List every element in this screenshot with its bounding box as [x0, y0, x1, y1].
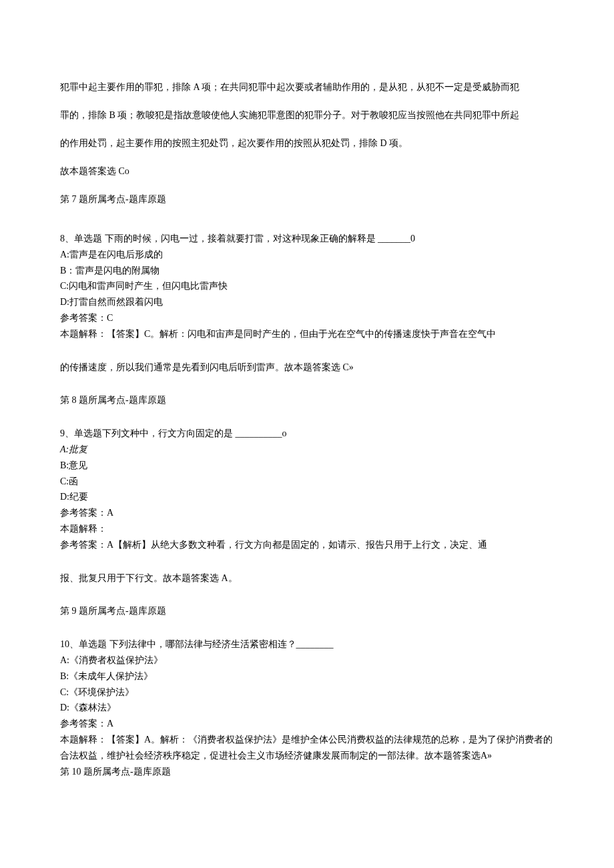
topic-line: 第 9 题所属考点-题库原题	[60, 603, 554, 619]
answer-line: 参考答案：A	[60, 505, 554, 521]
q7-explanation-continued: 犯罪中起主要作用的罪犯，排除 A 项；在共同犯罪中起次要或者辅助作用的，是从犯，…	[60, 73, 554, 213]
text-line: 犯罪中起主要作用的罪犯，排除 A 项；在共同犯罪中起次要或者辅助作用的，是从犯，…	[60, 73, 554, 101]
explanation-heading: 本题解释：	[60, 521, 554, 537]
option-c: C:函	[60, 474, 554, 490]
option-c: C:《环境保护法》	[60, 685, 554, 701]
option-d: D:《森林法》	[60, 700, 554, 716]
explanation-line: 本题解释：【答案】C。解析：闪电和宙声是同时产生的，但由于光在空气中的传播速度快…	[60, 326, 554, 342]
topic-line: 第 10 题所属考点-题库原题	[60, 764, 554, 780]
option-d: D:打雷自然而然跟着闪电	[60, 294, 554, 310]
text-line: 的作用处罚，起主要作用的按照主犯处罚，起次要作用的按照从犯处罚，排除 D 项。	[60, 129, 554, 157]
q8-topic: 第 8 题所属考点-题库原题	[60, 392, 554, 408]
option-a: A:雷声是在闪电后形成的	[60, 247, 554, 263]
q8-explanation-continued: 的传播速度，所以我们通常是先看到闪电后听到雷声。故本题答案选 C»	[60, 360, 554, 376]
option-c: C:闪电和雷声同时产生，但闪电比雷声快	[60, 278, 554, 294]
answer-line: 参考答案：A	[60, 716, 554, 732]
option-b: B:意见	[60, 458, 554, 474]
option-d: D:纪要	[60, 489, 554, 505]
question-8: 8、单选题 下雨的时候，闪电一过，接着就要打雷，对这种现象正确的解释是 ____…	[60, 231, 554, 342]
explanation-line: 本题解释：【答案】A。解析：《消费者权益保护法》是维护全体公民消费权益的法律规范…	[60, 732, 554, 764]
document-page: 犯罪中起主要作用的罪犯，排除 A 项；在共同犯罪中起次要或者辅助作用的，是从犯，…	[0, 0, 614, 868]
question-9: 9、单选题下列文种中，行文方向固定的是 __________o A:批复 B:意…	[60, 426, 554, 552]
option-b: B:《未成年人保护法》	[60, 669, 554, 685]
q9-explanation-continued: 报、批复只用于下行文。故本题答案选 A。	[60, 570, 554, 586]
question-10: 10、单选题 下列法律中，哪部法律与经济生活紧密相连？________ A:《消…	[60, 636, 554, 779]
option-a: A:批复	[60, 442, 554, 458]
question-stem: 8、单选题 下雨的时候，闪电一过，接着就要打雷，对这种现象正确的解释是 ____…	[60, 231, 554, 247]
text-line: 罪的，排除 B 项；教唆犯是指故意唆使他人实施犯罪意图的犯罪分子。对于教唆犯应当…	[60, 101, 554, 129]
topic-line: 第 7 题所属考点-题库原题	[60, 185, 554, 213]
explanation-line: 报、批复只用于下行文。故本题答案选 A。	[60, 570, 554, 586]
topic-line: 第 8 题所属考点-题库原题	[60, 392, 554, 408]
explanation-line: 的传播速度，所以我们通常是先看到闪电后听到雷声。故本题答案选 C»	[60, 360, 554, 376]
question-stem: 10、单选题 下列法律中，哪部法律与经济生活紧密相连？________	[60, 636, 554, 653]
option-b: B：雷声是闪电的附属物	[60, 263, 554, 279]
explanation-line: 参考答案：A【解析】从绝大多数文种看，行文方向都是固定的，如请示、报告只用于上行…	[60, 537, 554, 553]
answer-line: 参考答案：C	[60, 310, 554, 326]
answer-line: 故本题答案选 Co	[60, 157, 554, 185]
option-a: A:《消费者权益保护法》	[60, 653, 554, 669]
question-stem: 9、单选题下列文种中，行文方向固定的是 __________o	[60, 426, 554, 442]
q9-topic: 第 9 题所属考点-题库原题	[60, 603, 554, 619]
